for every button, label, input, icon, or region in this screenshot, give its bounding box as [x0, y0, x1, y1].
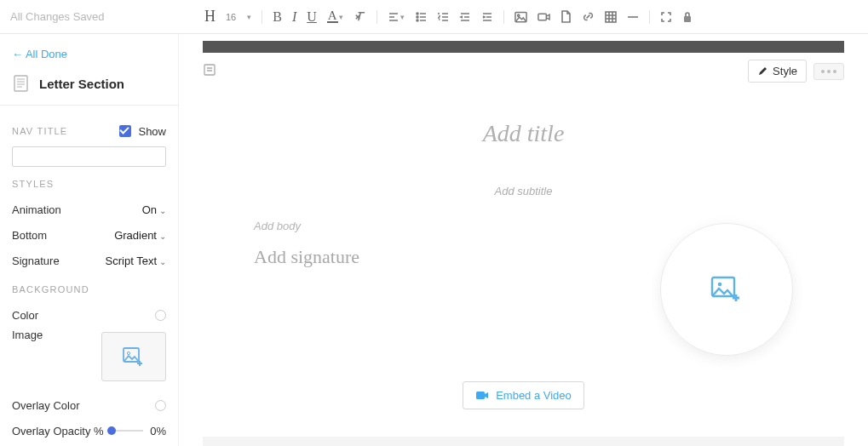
sidebar: ← All Done Letter Section NAV TITLE Show [0, 34, 179, 446]
more-menu-button[interactable] [813, 63, 844, 80]
slider-thumb[interactable] [107, 426, 116, 435]
pencil-icon [757, 66, 767, 77]
table-button[interactable] [605, 11, 617, 23]
nav-title-label: NAV TITLE [12, 126, 67, 136]
svg-point-1 [417, 16, 418, 18]
toolbar-separator [262, 10, 262, 24]
animation-select[interactable]: Animation On⌄ [12, 197, 166, 221]
bg-color-picker[interactable]: Color [12, 303, 166, 327]
heading-dropdown[interactable]: H [204, 8, 216, 26]
underline-button[interactable]: U [307, 9, 317, 25]
style-button[interactable]: Style [748, 60, 807, 83]
toolbar-separator [503, 10, 504, 24]
embed-video-button[interactable]: Embed a Video [463, 381, 584, 409]
section-type-icon [12, 74, 31, 93]
body-placeholder[interactable]: Add body [254, 220, 626, 232]
svg-rect-8 [14, 76, 27, 91]
image-button[interactable] [514, 11, 527, 23]
overlay-opacity-slider[interactable]: Overlay Opacity % 0% [12, 419, 166, 443]
show-checkbox[interactable]: Show [119, 125, 166, 138]
note-icon[interactable] [203, 63, 216, 79]
toolbar: H 16 ▾ B I U A▾ ▾ [179, 8, 868, 26]
bottom-label: Bottom [12, 229, 47, 242]
page-footer-shade [203, 437, 844, 446]
top-bar: All Changes Saved H 16 ▾ B I U A▾ ▾ [0, 0, 868, 34]
video-button[interactable] [537, 11, 550, 23]
clear-format-button[interactable] [354, 10, 366, 23]
back-link[interactable]: ← All Done [12, 43, 67, 66]
number-list-button[interactable] [437, 11, 449, 23]
sidebar-scroll-area[interactable]: NAV TITLE Show STYLES Animation On⌄ Bott… [0, 105, 178, 446]
save-status-label: All Changes Saved [0, 10, 179, 23]
section-title: Letter Section [39, 77, 124, 91]
indent-less-button[interactable] [459, 11, 471, 23]
add-image-icon [710, 275, 744, 304]
add-image-circle[interactable] [660, 223, 793, 356]
title-placeholder[interactable]: Add title [254, 120, 793, 147]
slider-track[interactable] [107, 430, 144, 432]
overlay-color-picker[interactable]: Overlay Color [12, 393, 166, 417]
link-button[interactable] [582, 10, 595, 23]
nav-title-input[interactable] [12, 146, 166, 167]
font-size-display[interactable]: 16 [226, 12, 236, 22]
bottom-value: Gradient [114, 229, 157, 242]
video-icon [475, 390, 489, 401]
italic-button[interactable]: I [292, 9, 296, 25]
align-button[interactable]: ▾ [388, 11, 405, 23]
bold-button[interactable]: B [273, 9, 282, 25]
svg-rect-5 [538, 14, 546, 20]
svg-point-2 [417, 20, 418, 21]
svg-rect-14 [476, 392, 485, 399]
color-swatch-empty [155, 400, 166, 411]
background-group-label: BACKGROUND [12, 284, 166, 294]
toolbar-separator [649, 10, 650, 24]
subtitle-placeholder[interactable]: Add subtitle [254, 185, 793, 197]
svg-rect-11 [204, 65, 215, 75]
indent-more-button[interactable] [481, 11, 493, 23]
signature-placeholder[interactable]: Add signature [254, 246, 626, 268]
bg-image-label: Image [12, 329, 43, 341]
svg-point-4 [517, 14, 519, 16]
fullscreen-button[interactable] [660, 11, 672, 23]
svg-rect-7 [684, 16, 691, 22]
file-button[interactable] [560, 10, 572, 23]
page-header-bar [203, 41, 844, 53]
svg-point-10 [127, 352, 129, 354]
chevron-down-icon: ⌄ [159, 257, 166, 266]
signature-select[interactable]: Signature Script Text⌄ [12, 249, 166, 272]
svg-point-13 [718, 283, 722, 287]
svg-point-0 [417, 13, 418, 14]
color-swatch-empty [155, 310, 166, 321]
svg-rect-6 [606, 12, 616, 22]
chevron-down-icon: ⌄ [159, 206, 166, 215]
overlay-opacity-label: Overlay Opacity % [12, 425, 104, 437]
signature-label: Signature [12, 254, 60, 267]
horizontal-rule-button[interactable] [627, 11, 639, 23]
overlay-opacity-value: 0% [150, 425, 166, 437]
chevron-down-icon: ⌄ [159, 232, 166, 241]
bg-image-picker[interactable] [101, 332, 166, 381]
editor-area[interactable]: Style Add title Add subtitle Add body Ad… [179, 34, 868, 446]
add-image-icon [122, 346, 146, 367]
show-checkbox-label: Show [138, 125, 166, 138]
bottom-select[interactable]: Bottom Gradient⌄ [12, 223, 166, 247]
styles-group-label: STYLES [12, 179, 166, 189]
checkmark-icon [119, 125, 131, 137]
text-color-button[interactable]: A▾ [327, 10, 343, 23]
font-size-chevron-icon[interactable]: ▾ [247, 13, 251, 21]
lock-button[interactable] [682, 11, 693, 23]
animation-label: Animation [12, 203, 61, 216]
signature-value: Script Text [106, 254, 157, 267]
embed-video-label: Embed a Video [496, 389, 572, 402]
toolbar-separator [377, 10, 377, 24]
bullet-list-button[interactable] [415, 11, 427, 23]
animation-value: On [142, 203, 157, 216]
style-button-label: Style [773, 65, 797, 77]
overlay-color-label: Overlay Color [12, 399, 79, 412]
bg-color-label: Color [12, 309, 38, 322]
